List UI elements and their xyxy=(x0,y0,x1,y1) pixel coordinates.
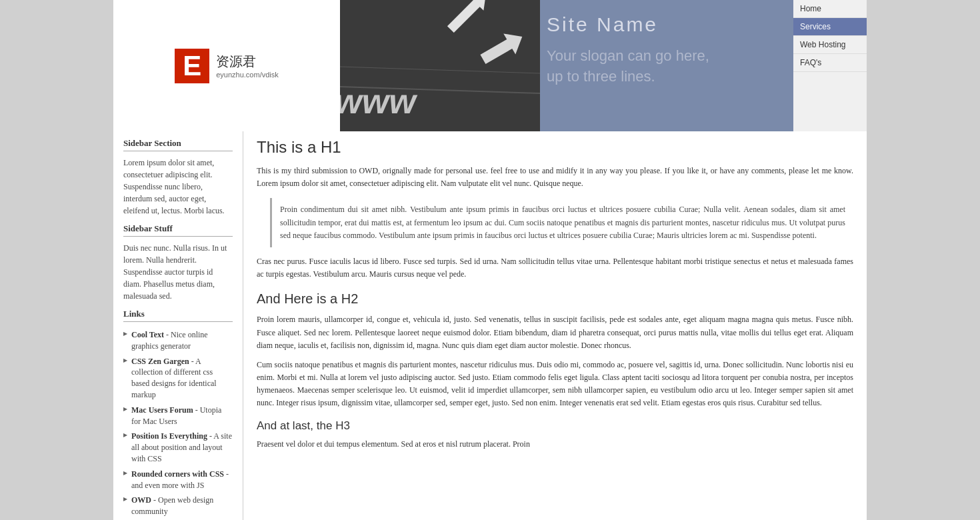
link-position[interactable]: Position Is Everything xyxy=(131,431,207,441)
sidebar-section2-text: Duis nec nunc. Nulla risus. In ut lorem.… xyxy=(123,242,233,302)
main-heading-3: And at last, the H3 xyxy=(257,419,853,433)
site-name: Site Name xyxy=(547,13,787,36)
main-paragraph-4: Cum sociis natoque penatibus et magnis d… xyxy=(257,359,853,410)
list-item: Mac Users Forum - Utopia for Mac Users xyxy=(123,403,233,429)
main-blockquote: Proin condimentum dui sit amet nibh. Ves… xyxy=(270,198,853,247)
nav-services[interactable]: Services xyxy=(793,18,867,36)
logo-area: E 资源君 eyunzhu.com/vdisk xyxy=(113,0,340,131)
sidebar-section2-title: Sidebar Stuff xyxy=(123,223,233,237)
header-banner: www Site Name Your slogan can go here, u… xyxy=(340,0,793,131)
main-heading-1: This is a H1 xyxy=(257,138,853,157)
road-image: www xyxy=(340,0,540,131)
sidebar-section1-text: Lorem ipsum dolor sit amet, consectetuer… xyxy=(123,157,233,217)
link-csszen[interactable]: CSS Zen Gargen xyxy=(131,357,189,366)
site-slogan: Your slogan can go here, up to three lin… xyxy=(547,46,787,87)
main-content: This is a H1 This is my third submission… xyxy=(243,131,867,520)
list-item: OWD - Open web design community xyxy=(123,493,233,519)
list-item: Position Is Everything - A site all abou… xyxy=(123,429,233,466)
main-paragraph-3: Proin lorem mauris, ullamcorper id, cong… xyxy=(257,313,853,352)
sidebar-section3-title: Links xyxy=(123,309,233,322)
logo-chinese: 资源君 xyxy=(216,53,279,71)
logo-inner: E 资源君 eyunzhu.com/vdisk xyxy=(175,49,279,83)
logo-url: eyunzhu.com/vdisk xyxy=(216,71,279,79)
header-photo: www xyxy=(340,0,540,131)
sidebar-section1-title: Sidebar Section xyxy=(123,138,233,151)
links-list: Cool Text - Nice online graphics generat… xyxy=(123,327,233,519)
nav-home[interactable]: Home xyxy=(793,0,867,18)
main-paragraph-2: Cras nec purus. Fusce iaculis lacus id l… xyxy=(257,255,853,281)
body-area: Sidebar Section Lorem ipsum dolor sit am… xyxy=(113,131,867,520)
header: E 资源君 eyunzhu.com/vdisk xyxy=(113,0,867,131)
slogan-line1: Your slogan can go here, xyxy=(547,47,709,64)
link-cooltext[interactable]: Cool Text xyxy=(131,330,164,339)
list-item: CSS Zen Gargen - A collection of differe… xyxy=(123,354,233,403)
nav-web-hosting[interactable]: Web Hosting xyxy=(793,36,867,54)
main-intro-paragraph: This is my third submission to OWD, orig… xyxy=(257,165,853,190)
link-macusers[interactable]: Mac Users Forum xyxy=(131,405,193,415)
main-paragraph-5: Praesent vel dolor et dui tempus element… xyxy=(257,438,853,451)
list-item: Rounded corners with CSS - and even more… xyxy=(123,467,233,493)
link-rounded[interactable]: Rounded corners with CSS xyxy=(131,469,224,479)
list-item: Cool Text - Nice online graphics generat… xyxy=(123,327,233,354)
logo-e-icon: E xyxy=(175,49,209,83)
header-text: Site Name Your slogan can go here, up to… xyxy=(547,13,787,87)
link-owd[interactable]: OWD xyxy=(131,495,151,505)
logo-text: 资源君 eyunzhu.com/vdisk xyxy=(216,53,279,79)
nav-faqs[interactable]: FAQ's xyxy=(793,54,867,72)
navigation-bar: Home Services Web Hosting FAQ's xyxy=(793,0,867,131)
sidebar: Sidebar Section Lorem ipsum dolor sit am… xyxy=(113,131,243,520)
main-heading-2: And Here is a H2 xyxy=(257,291,853,307)
slogan-line2: up to three lines. xyxy=(547,68,655,85)
